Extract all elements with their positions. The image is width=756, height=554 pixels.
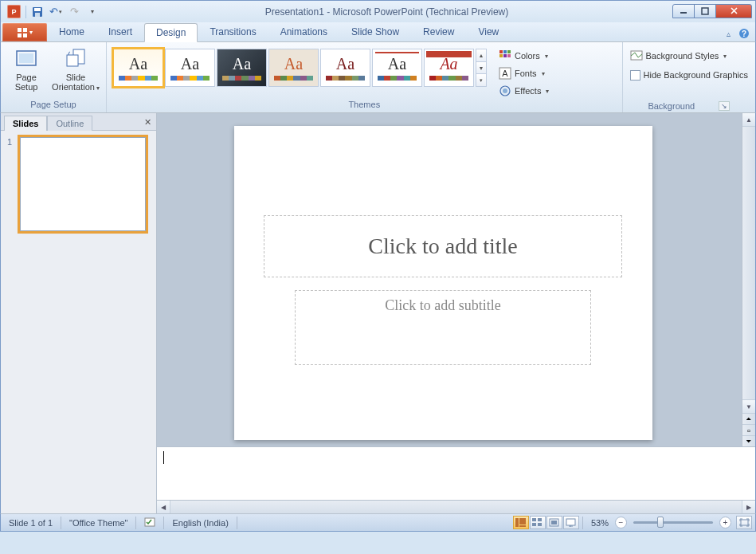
theme-colors-button[interactable]: Colors▾ (496, 47, 551, 65)
background-styles-label: Background Styles (646, 51, 719, 61)
title-bar: P ↶▾ ↷ ▾ Presentation1 - Microsoft Power… (0, 0, 756, 22)
gallery-scroll-up[interactable]: ▲ (476, 49, 486, 62)
theme-fonts-button[interactable]: A Fonts▾ (496, 65, 551, 82)
close-button[interactable] (715, 4, 752, 18)
svg-rect-18 (499, 54, 503, 57)
slides-tab[interactable]: Slides (4, 116, 47, 131)
background-styles-button[interactable]: Background Styles▾ (628, 47, 730, 65)
group-label-background: Background (648, 101, 695, 111)
horizontal-scrollbar[interactable]: ◀ ▶ (157, 500, 755, 513)
svg-rect-6 (23, 28, 27, 32)
slide-thumb[interactable] (20, 137, 146, 231)
theme-item[interactable]: Aa (424, 49, 474, 87)
outline-tab[interactable]: Outline (47, 116, 92, 131)
minimize-button[interactable] (672, 4, 695, 18)
prev-slide-button[interactable]: ⏶ (742, 413, 755, 424)
tab-home[interactable]: Home (47, 22, 96, 41)
svg-rect-33 (538, 523, 542, 526)
theme-item[interactable]: Aa (217, 49, 267, 87)
help-button[interactable]: ? (738, 27, 750, 40)
app-icon: P (7, 5, 21, 18)
svg-rect-5 (18, 28, 22, 32)
tab-animations[interactable]: Animations (268, 22, 339, 41)
ribbon-minimize-button[interactable]: ▵ (722, 27, 734, 40)
status-theme[interactable]: "Office Theme" (65, 518, 132, 528)
svg-rect-4 (702, 8, 708, 14)
svg-rect-29 (519, 525, 526, 527)
save-button[interactable] (29, 4, 45, 20)
theme-item[interactable]: Aa (372, 49, 422, 87)
gallery-more-button[interactable]: ▾ (476, 74, 486, 86)
status-slide-count[interactable]: Slide 1 of 1 (4, 518, 57, 528)
group-label-themes: Themes (112, 100, 617, 112)
notes-pane: ◀ ▶ (157, 446, 755, 513)
tab-slideshow[interactable]: Slide Show (339, 22, 411, 41)
zoom-percent[interactable]: 53% (586, 518, 613, 528)
slide-orientation-button[interactable]: Slide Orientation (50, 44, 101, 95)
hide-background-checkbox[interactable]: Hide Background Graphics (628, 66, 750, 84)
svg-rect-12 (19, 53, 33, 63)
editor-area: Click to add title Click to add subtitle… (157, 113, 755, 513)
background-dialog-launcher[interactable]: ↘ (719, 101, 730, 111)
fonts-icon: A (499, 67, 511, 80)
svg-rect-19 (503, 54, 507, 57)
redo-button[interactable]: ↷ (66, 4, 82, 20)
window-title: Presentation1 - Microsoft PowerPoint (Te… (100, 6, 673, 18)
view-normal-icon (515, 518, 526, 527)
theme-item[interactable]: Aa (165, 49, 215, 87)
view-normal-button[interactable] (513, 516, 529, 529)
zoom-slider-thumb[interactable] (657, 517, 664, 528)
slides-pane: Slides Outline ✕ 1 (1, 113, 157, 513)
scroll-right-button[interactable]: ▶ (742, 501, 755, 513)
notes-input[interactable] (157, 447, 755, 500)
gallery-scroll-down[interactable]: ▼ (476, 62, 486, 75)
tab-review[interactable]: Review (411, 22, 466, 41)
tab-transitions[interactable]: Transitions (198, 22, 268, 41)
next-slide-button[interactable]: ⏷ (742, 435, 755, 446)
slide-orientation-label: Slide Orientation (52, 73, 100, 93)
title-placeholder[interactable]: Click to add title (264, 215, 622, 277)
scroll-left-button[interactable]: ◀ (157, 501, 170, 513)
zoom-fit-button[interactable] (736, 516, 752, 529)
tab-insert[interactable]: Insert (96, 22, 144, 41)
page-setup-icon (14, 47, 38, 69)
undo-icon: ↶ (49, 6, 58, 18)
scroll-down-button[interactable]: ▼ (742, 399, 755, 413)
vertical-scrollbar[interactable]: ▲ ▼ ⏶ ▫ ⏷ (742, 113, 755, 446)
theme-item[interactable]: Aa (268, 49, 319, 87)
svg-rect-16 (503, 50, 507, 53)
view-reading-button[interactable] (546, 516, 562, 529)
tab-design[interactable]: Design (144, 23, 198, 42)
group-label-page-setup: Page Setup (6, 100, 101, 112)
close-icon (730, 6, 738, 15)
slide[interactable]: Click to add title Click to add subtitle (234, 126, 652, 440)
zoom-out-button[interactable]: − (615, 517, 627, 528)
orientation-icon (64, 47, 88, 69)
status-language[interactable]: English (India) (167, 518, 233, 528)
theme-office[interactable]: Aa (113, 49, 163, 87)
slide-canvas-area[interactable]: Click to add title Click to add subtitle… (157, 113, 755, 446)
zoom-slider[interactable] (633, 521, 713, 524)
tab-view[interactable]: View (466, 22, 511, 41)
view-slideshow-button[interactable] (563, 516, 579, 529)
zoom-in-button[interactable]: + (719, 517, 731, 528)
status-bar: Slide 1 of 1 "Office Theme" English (Ind… (0, 513, 756, 532)
qat-customize-button[interactable]: ▾ (84, 4, 100, 20)
theme-item[interactable]: Aa (320, 49, 370, 87)
pane-close-button[interactable]: ✕ (144, 117, 151, 130)
file-menu-button[interactable]: ▾ (2, 23, 47, 41)
page-setup-button[interactable]: Page Setup (6, 44, 47, 93)
maximize-button[interactable] (694, 4, 716, 18)
svg-point-24 (503, 88, 507, 93)
page-setup-label: Page Setup (15, 73, 38, 92)
scroll-up-button[interactable]: ▲ (742, 113, 755, 127)
theme-effects-button[interactable]: Effects▾ (496, 82, 551, 100)
subtitle-placeholder[interactable]: Click to add subtitle (295, 290, 591, 365)
status-spellcheck[interactable] (139, 517, 160, 529)
view-sorter-icon (532, 518, 543, 527)
view-sorter-button[interactable] (530, 516, 546, 529)
undo-button[interactable]: ↶▾ (48, 4, 64, 20)
svg-rect-31 (538, 518, 542, 521)
svg-rect-14 (67, 55, 78, 66)
nav-menu-button[interactable]: ▫ (742, 424, 755, 435)
